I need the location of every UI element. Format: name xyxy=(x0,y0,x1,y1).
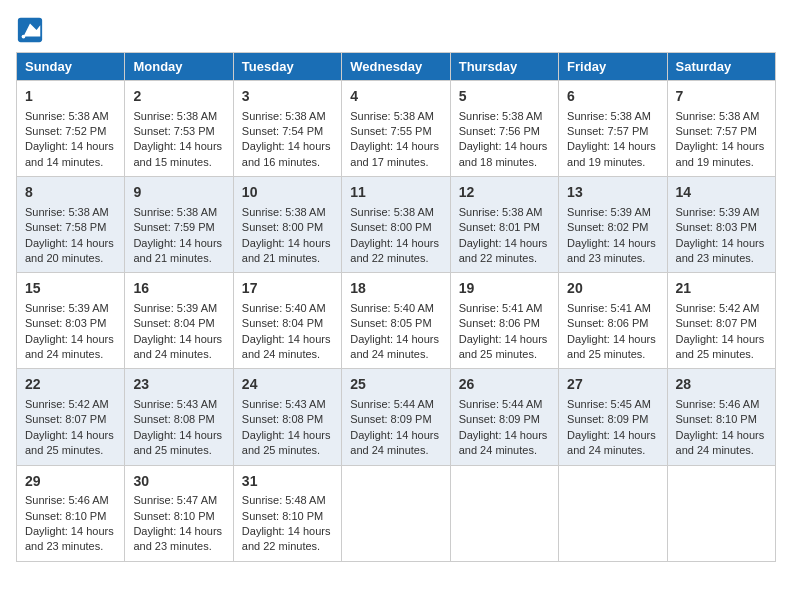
sunrise-label: Sunrise: 5:43 AM xyxy=(133,398,217,410)
day-number: 31 xyxy=(242,472,333,492)
daylight-label: Daylight: 14 hoursand 23 minutes. xyxy=(25,525,114,552)
sunrise-label: Sunrise: 5:38 AM xyxy=(242,110,326,122)
sunset-label: Sunset: 8:04 PM xyxy=(242,317,323,329)
sunrise-label: Sunrise: 5:38 AM xyxy=(133,110,217,122)
day-cell: 30Sunrise: 5:47 AMSunset: 8:10 PMDayligh… xyxy=(125,465,233,561)
day-cell xyxy=(450,465,558,561)
day-cell: 22Sunrise: 5:42 AMSunset: 8:07 PMDayligh… xyxy=(17,369,125,465)
daylight-label: Daylight: 14 hoursand 23 minutes. xyxy=(567,237,656,264)
day-cell: 9Sunrise: 5:38 AMSunset: 7:59 PMDaylight… xyxy=(125,177,233,273)
sunrise-label: Sunrise: 5:47 AM xyxy=(133,494,217,506)
sunrise-label: Sunrise: 5:46 AM xyxy=(25,494,109,506)
sunset-label: Sunset: 8:10 PM xyxy=(133,510,214,522)
svg-point-2 xyxy=(22,35,26,39)
day-number: 17 xyxy=(242,279,333,299)
day-cell xyxy=(559,465,667,561)
day-number: 10 xyxy=(242,183,333,203)
week-row-3: 15Sunrise: 5:39 AMSunset: 8:03 PMDayligh… xyxy=(17,273,776,369)
daylight-label: Daylight: 14 hoursand 25 minutes. xyxy=(459,333,548,360)
day-number: 14 xyxy=(676,183,767,203)
sunrise-label: Sunrise: 5:43 AM xyxy=(242,398,326,410)
sunrise-label: Sunrise: 5:44 AM xyxy=(459,398,543,410)
sunrise-label: Sunrise: 5:38 AM xyxy=(242,206,326,218)
daylight-label: Daylight: 14 hoursand 24 minutes. xyxy=(133,333,222,360)
day-number: 22 xyxy=(25,375,116,395)
sunset-label: Sunset: 8:06 PM xyxy=(567,317,648,329)
sunrise-label: Sunrise: 5:38 AM xyxy=(459,110,543,122)
day-cell: 21Sunrise: 5:42 AMSunset: 8:07 PMDayligh… xyxy=(667,273,775,369)
day-cell: 17Sunrise: 5:40 AMSunset: 8:04 PMDayligh… xyxy=(233,273,341,369)
daylight-label: Daylight: 14 hoursand 24 minutes. xyxy=(676,429,765,456)
sunset-label: Sunset: 8:10 PM xyxy=(242,510,323,522)
daylight-label: Daylight: 14 hoursand 25 minutes. xyxy=(133,429,222,456)
day-cell: 2Sunrise: 5:38 AMSunset: 7:53 PMDaylight… xyxy=(125,81,233,177)
daylight-label: Daylight: 14 hoursand 18 minutes. xyxy=(459,140,548,167)
day-cell: 31Sunrise: 5:48 AMSunset: 8:10 PMDayligh… xyxy=(233,465,341,561)
sunset-label: Sunset: 8:05 PM xyxy=(350,317,431,329)
day-cell xyxy=(667,465,775,561)
sunset-label: Sunset: 8:07 PM xyxy=(25,413,106,425)
sunrise-label: Sunrise: 5:38 AM xyxy=(459,206,543,218)
sunset-label: Sunset: 8:08 PM xyxy=(133,413,214,425)
day-number: 23 xyxy=(133,375,224,395)
day-cell: 10Sunrise: 5:38 AMSunset: 8:00 PMDayligh… xyxy=(233,177,341,273)
logo xyxy=(16,16,46,44)
day-cell: 1Sunrise: 5:38 AMSunset: 7:52 PMDaylight… xyxy=(17,81,125,177)
day-cell: 26Sunrise: 5:44 AMSunset: 8:09 PMDayligh… xyxy=(450,369,558,465)
day-number: 16 xyxy=(133,279,224,299)
day-cell: 3Sunrise: 5:38 AMSunset: 7:54 PMDaylight… xyxy=(233,81,341,177)
sunset-label: Sunset: 8:03 PM xyxy=(676,221,757,233)
page-header xyxy=(16,16,776,44)
sunset-label: Sunset: 8:06 PM xyxy=(459,317,540,329)
daylight-label: Daylight: 14 hoursand 19 minutes. xyxy=(676,140,765,167)
sunset-label: Sunset: 7:53 PM xyxy=(133,125,214,137)
day-number: 8 xyxy=(25,183,116,203)
day-number: 1 xyxy=(25,87,116,107)
day-number: 18 xyxy=(350,279,441,299)
day-number: 26 xyxy=(459,375,550,395)
col-header-wednesday: Wednesday xyxy=(342,53,450,81)
day-cell xyxy=(342,465,450,561)
day-cell: 14Sunrise: 5:39 AMSunset: 8:03 PMDayligh… xyxy=(667,177,775,273)
sunrise-label: Sunrise: 5:39 AM xyxy=(676,206,760,218)
day-cell: 28Sunrise: 5:46 AMSunset: 8:10 PMDayligh… xyxy=(667,369,775,465)
day-number: 3 xyxy=(242,87,333,107)
sunset-label: Sunset: 8:02 PM xyxy=(567,221,648,233)
daylight-label: Daylight: 14 hoursand 24 minutes. xyxy=(350,429,439,456)
sunset-label: Sunset: 7:55 PM xyxy=(350,125,431,137)
sunrise-label: Sunrise: 5:40 AM xyxy=(242,302,326,314)
day-cell: 16Sunrise: 5:39 AMSunset: 8:04 PMDayligh… xyxy=(125,273,233,369)
sunset-label: Sunset: 7:58 PM xyxy=(25,221,106,233)
day-number: 15 xyxy=(25,279,116,299)
sunrise-label: Sunrise: 5:38 AM xyxy=(133,206,217,218)
day-number: 20 xyxy=(567,279,658,299)
day-cell: 13Sunrise: 5:39 AMSunset: 8:02 PMDayligh… xyxy=(559,177,667,273)
daylight-label: Daylight: 14 hoursand 24 minutes. xyxy=(242,333,331,360)
daylight-label: Daylight: 14 hoursand 24 minutes. xyxy=(25,333,114,360)
day-cell: 7Sunrise: 5:38 AMSunset: 7:57 PMDaylight… xyxy=(667,81,775,177)
daylight-label: Daylight: 14 hoursand 24 minutes. xyxy=(567,429,656,456)
sunset-label: Sunset: 8:00 PM xyxy=(242,221,323,233)
daylight-label: Daylight: 14 hoursand 20 minutes. xyxy=(25,237,114,264)
sunrise-label: Sunrise: 5:42 AM xyxy=(25,398,109,410)
day-number: 12 xyxy=(459,183,550,203)
sunrise-label: Sunrise: 5:40 AM xyxy=(350,302,434,314)
day-number: 7 xyxy=(676,87,767,107)
sunrise-label: Sunrise: 5:44 AM xyxy=(350,398,434,410)
sunset-label: Sunset: 8:09 PM xyxy=(350,413,431,425)
sunrise-label: Sunrise: 5:38 AM xyxy=(25,206,109,218)
day-cell: 25Sunrise: 5:44 AMSunset: 8:09 PMDayligh… xyxy=(342,369,450,465)
week-row-2: 8Sunrise: 5:38 AMSunset: 7:58 PMDaylight… xyxy=(17,177,776,273)
day-cell: 15Sunrise: 5:39 AMSunset: 8:03 PMDayligh… xyxy=(17,273,125,369)
day-cell: 27Sunrise: 5:45 AMSunset: 8:09 PMDayligh… xyxy=(559,369,667,465)
daylight-label: Daylight: 14 hoursand 19 minutes. xyxy=(567,140,656,167)
daylight-label: Daylight: 14 hoursand 22 minutes. xyxy=(242,525,331,552)
col-header-sunday: Sunday xyxy=(17,53,125,81)
day-number: 5 xyxy=(459,87,550,107)
daylight-label: Daylight: 14 hoursand 24 minutes. xyxy=(459,429,548,456)
col-header-monday: Monday xyxy=(125,53,233,81)
col-header-thursday: Thursday xyxy=(450,53,558,81)
sunset-label: Sunset: 8:01 PM xyxy=(459,221,540,233)
week-row-4: 22Sunrise: 5:42 AMSunset: 8:07 PMDayligh… xyxy=(17,369,776,465)
day-number: 9 xyxy=(133,183,224,203)
